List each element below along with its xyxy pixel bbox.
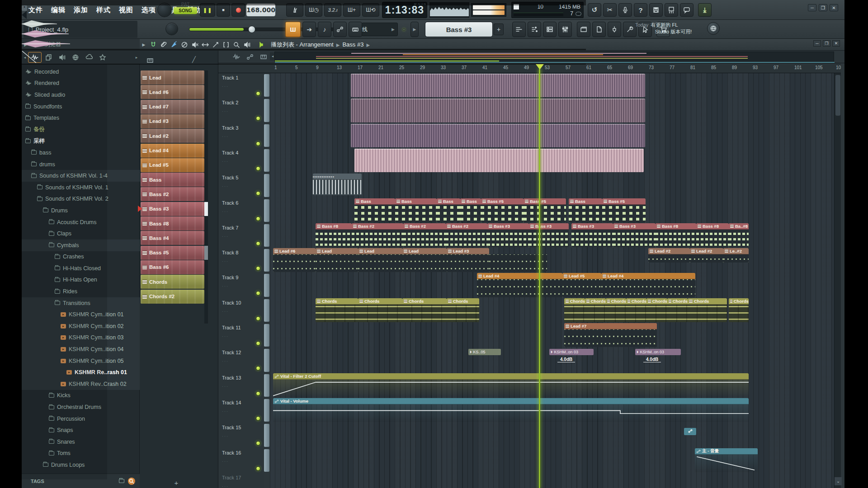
browser-item[interactable]: ▸KSHMR Cym..ition 05 <box>22 355 140 367</box>
track-name-6[interactable]: Track 6 <box>222 200 238 206</box>
pat-label[interactable]: PAT <box>174 2 197 7</box>
track-options[interactable]: ··· <box>222 359 229 363</box>
track-mute-led[interactable] <box>256 366 260 371</box>
track-mute-led[interactable] <box>256 391 260 396</box>
piano-roll-panel-button[interactable] <box>528 22 541 37</box>
menu-item-5[interactable]: 选项 <box>137 6 160 14</box>
pattern-chords[interactable]: Chords <box>141 275 204 289</box>
tab-cloud[interactable] <box>82 52 96 63</box>
pattern-lead-#2[interactable]: Lead #2 <box>141 129 204 143</box>
track-mute-led[interactable] <box>256 141 260 146</box>
track-options[interactable]: ··· <box>222 109 229 113</box>
browser-item[interactable]: Crashes <box>22 251 140 263</box>
metronome-button[interactable] <box>286 3 303 17</box>
up-icon[interactable]: ↑ <box>32 42 34 47</box>
browser-item[interactable]: Rendered <box>22 78 140 89</box>
plugin-picker-button[interactable] <box>592 22 606 37</box>
save-button[interactable] <box>649 3 663 17</box>
browser-item[interactable]: Cymbals <box>22 239 140 251</box>
pattern-lead-#6[interactable]: Lead #6 <box>141 85 204 99</box>
browser-item[interactable]: Claps <box>22 228 140 239</box>
mute-tool-icon[interactable] <box>189 41 200 48</box>
close-button[interactable]: ✕ <box>830 4 838 11</box>
pattern-prev-button[interactable]: ▶ <box>410 22 419 37</box>
track-name-11[interactable]: Track 11 <box>222 325 241 330</box>
track-name-12[interactable]: Track 12 <box>222 350 241 355</box>
browser-item[interactable]: Sounds of KSHMR Vol. 1 <box>22 182 140 193</box>
browser-item[interactable]: Toms <box>22 448 140 460</box>
track-mute-led[interactable] <box>256 341 260 346</box>
track-options[interactable]: ··· <box>222 334 229 338</box>
folder-icon[interactable] <box>119 479 124 483</box>
stop-button[interactable]: ■ <box>217 3 230 17</box>
tab-favorites[interactable] <box>96 52 109 63</box>
slice-tool-icon[interactable] <box>210 41 221 48</box>
browser-item[interactable]: Drums <box>22 205 140 216</box>
track-mute-led[interactable] <box>256 241 260 246</box>
vertical-scrollbar[interactable] <box>834 73 841 488</box>
track-options[interactable]: ··· <box>222 84 229 89</box>
master-pitch-knob[interactable] <box>165 23 178 35</box>
track-mute-led[interactable] <box>256 91 260 96</box>
track-name-13[interactable]: Track 13 <box>222 375 241 380</box>
browser-item[interactable]: ▸KSHMR Cym..ition 01 <box>22 309 140 320</box>
snap-selector[interactable]: 线 ▶ <box>362 23 398 36</box>
browser-item[interactable]: ▸KSHMR Cym..ition 04 <box>22 343 140 355</box>
track-options[interactable]: ··· <box>222 409 229 413</box>
timeline-ruler[interactable]: 1591317212529333741454953576165697377818… <box>218 63 841 73</box>
track-options[interactable]: ··· <box>222 209 229 214</box>
slider-thumb[interactable] <box>248 26 255 33</box>
tabs-scroll-left[interactable]: ◂ <box>22 55 28 60</box>
track-options[interactable]: ··· <box>222 159 229 164</box>
preview-tool-icon[interactable] <box>241 41 252 48</box>
track-options[interactable]: ··· <box>222 184 229 188</box>
project-title-panel[interactable]: [ ] Project_4.flp <box>24 21 137 38</box>
browser-item[interactable]: bass <box>22 147 140 159</box>
track-mute-led[interactable] <box>256 216 260 221</box>
track-name-8[interactable]: Track 8 <box>222 250 238 255</box>
browser-item[interactable]: Sounds of KSHMR Vol. 1-4 <box>22 170 140 182</box>
online-content-button[interactable] <box>707 22 720 35</box>
track-name-17[interactable]: Track 17 <box>222 475 241 480</box>
browser-item[interactable]: Acoustic Drums <box>22 216 140 228</box>
track-name-16[interactable]: Track 16 <box>222 450 241 455</box>
pause-button[interactable]: ❚❚ <box>200 3 215 17</box>
track-options[interactable]: ··· <box>222 259 229 263</box>
track-options[interactable]: ··· <box>222 484 229 488</box>
zoom-tool-icon[interactable] <box>231 41 241 48</box>
slide-notes-button[interactable]: ♪ <box>318 22 331 37</box>
chat-button[interactable] <box>680 3 693 17</box>
track-mute-led[interactable] <box>256 466 260 471</box>
menu-item-4[interactable]: 视图 <box>115 6 137 14</box>
undo-button[interactable]: ↺ <box>588 3 601 17</box>
browser-item[interactable]: Sliced audio <box>22 89 140 101</box>
save-as-button[interactable] <box>665 3 678 17</box>
browser-item[interactable]: Orchestral Drums <box>22 401 140 413</box>
add-pattern-button[interactable]: + <box>494 23 504 35</box>
pattern-bass-#6[interactable]: Bass #6 <box>141 260 204 274</box>
picker-add-button[interactable]: + <box>172 479 180 487</box>
pattern-bass-#4[interactable]: Bass #4 <box>141 231 204 245</box>
paint-tool-icon[interactable] <box>169 41 179 48</box>
menu-item-0[interactable]: 文件 <box>24 6 47 14</box>
pattern-bass-#5[interactable]: Bass #5 <box>141 246 204 260</box>
track-name-7[interactable]: Track 7 <box>222 225 238 230</box>
track-mute-led[interactable] <box>256 416 260 421</box>
browser-item[interactable]: Transitions <box>22 297 140 309</box>
tab-online[interactable] <box>69 52 82 63</box>
track-name-4[interactable]: Track 4 <box>222 150 238 155</box>
browser-item[interactable]: ▸KSHMR Re..rash 01 <box>22 366 140 378</box>
tools-button[interactable] <box>623 22 637 37</box>
main-volume-knob[interactable] <box>157 3 172 17</box>
track-options[interactable]: ··· <box>222 309 229 314</box>
browser-item[interactable]: Hi-Hats Open <box>22 274 140 286</box>
playlist-close-button[interactable]: ✕ <box>832 40 840 47</box>
track-mute-led[interactable] <box>256 291 260 296</box>
track-options[interactable]: ··· <box>222 384 229 389</box>
search-button[interactable] <box>128 478 135 485</box>
view-link-icon[interactable] <box>246 53 254 61</box>
menu-item-2[interactable]: 添加 <box>70 6 92 14</box>
tab-files[interactable] <box>42 52 55 63</box>
snap-magnet-icon[interactable] <box>148 41 158 48</box>
track-mute-led[interactable] <box>256 316 260 321</box>
